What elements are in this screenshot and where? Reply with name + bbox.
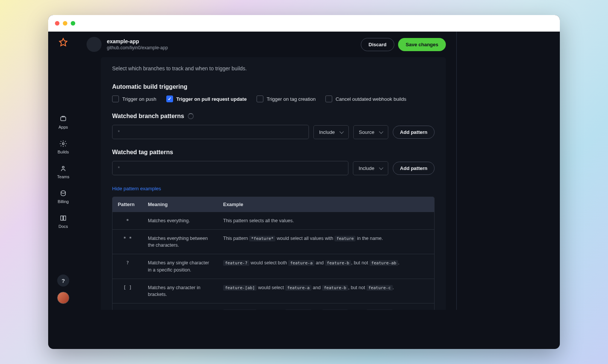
chevron-down-icon xyxy=(339,129,344,133)
source-dropdown[interactable]: Source xyxy=(353,125,388,139)
help-button[interactable]: ? xyxy=(57,275,69,287)
toggle-examples-link[interactable]: Hide pattern examples xyxy=(112,186,161,191)
trigger-section-title: Automatic build triggering xyxy=(112,83,435,90)
app-window: Apps Builds Teams Billing Docs xyxy=(48,15,560,349)
sidebar-item-builds[interactable]: Builds xyxy=(58,140,69,154)
cell-pattern: ? xyxy=(112,254,143,278)
checkbox-box[interactable] xyxy=(325,96,332,102)
branch-pattern-row: Include Source Add pattern xyxy=(112,125,435,139)
branch-section-title: Watched branch patterns xyxy=(112,113,435,120)
branch-pattern-input[interactable] xyxy=(112,125,309,139)
app-avatar xyxy=(87,37,102,52)
cell-example: feature-? would select both feature-a an… xyxy=(218,254,434,278)
close-icon[interactable] xyxy=(55,21,59,26)
cell-meaning: Matches any character in brackets. xyxy=(143,279,218,303)
cell-example: feature-[!b] would select feature-a and … xyxy=(218,303,434,310)
save-button[interactable]: Save changes xyxy=(398,38,446,51)
checkbox-box[interactable] xyxy=(257,96,263,102)
titlebar xyxy=(48,15,560,32)
chevron-down-icon xyxy=(379,165,383,170)
checkbox-box[interactable] xyxy=(166,96,173,102)
apps-icon xyxy=(59,115,67,123)
minimize-icon[interactable] xyxy=(63,21,67,26)
sidebar-item-label: Apps xyxy=(58,125,68,129)
col-pattern: Pattern xyxy=(112,197,143,212)
cell-example: feature-[ab] would select feature-a and … xyxy=(218,279,434,303)
billing-icon xyxy=(59,190,67,197)
sidebar-item-label: Teams xyxy=(57,174,69,179)
table-body: *Matches everything.This pattern selects… xyxy=(112,212,434,310)
sidebar-item-docs[interactable]: Docs xyxy=(58,214,68,229)
include-dropdown-tag[interactable]: Include xyxy=(353,161,388,175)
sidebar-item-label: Docs xyxy=(58,224,68,229)
cell-example: This pattern selects all the values. xyxy=(218,212,434,229)
header-actions: Discard Save changes xyxy=(361,38,446,51)
sidebar-item-label: Builds xyxy=(58,150,69,154)
checkbox-label: Trigger on tag creation xyxy=(267,96,316,102)
sidebar-item-apps[interactable]: Apps xyxy=(58,115,68,129)
sidebar-item-billing[interactable]: Billing xyxy=(58,190,68,204)
app-body: Apps Builds Teams Billing Docs xyxy=(48,32,560,310)
checkbox-label: Trigger on push xyxy=(122,96,157,102)
tag-section-title: Watched tag patterns xyxy=(112,149,435,156)
avatar[interactable] xyxy=(57,292,69,304)
table-row: ?Matches any single character in a speci… xyxy=(112,254,434,278)
include-dropdown[interactable]: Include xyxy=(313,125,349,139)
spinner-icon xyxy=(188,113,194,119)
cell-meaning: Matches everything. xyxy=(143,212,218,229)
nav-items: Apps Builds Teams Billing Docs xyxy=(57,115,69,229)
header-bar: example-app github.com/liyin0/example-ap… xyxy=(78,32,456,57)
include-label: Include xyxy=(319,129,335,135)
app-identity: example-app github.com/liyin0/example-ap… xyxy=(87,37,168,52)
add-tag-pattern-button[interactable]: Add pattern xyxy=(393,162,435,175)
cell-pattern: [! ] xyxy=(112,303,143,310)
table-row: * *Matches everything between the charac… xyxy=(112,229,434,254)
maximize-icon[interactable] xyxy=(71,21,75,26)
right-panel xyxy=(456,32,560,310)
sidebar: Apps Builds Teams Billing Docs xyxy=(48,32,78,310)
svg-point-2 xyxy=(62,166,64,168)
cell-meaning: Matches everything between the character… xyxy=(143,230,218,254)
cell-pattern: [ ] xyxy=(112,279,143,303)
table-header: Pattern Meaning Example xyxy=(112,197,434,212)
cell-pattern: * xyxy=(112,212,143,229)
checkbox-box[interactable] xyxy=(112,96,119,102)
checkbox-2[interactable]: Trigger on tag creation xyxy=(257,96,316,102)
checkbox-0[interactable]: Trigger on push xyxy=(112,96,157,102)
checkbox-row: Trigger on pushTrigger on pull request u… xyxy=(112,96,435,102)
checkbox-3[interactable]: Cancel outdated webhook builds xyxy=(325,96,406,102)
docs-icon xyxy=(59,214,67,222)
table-row: [! ]Matches any character not in the bra… xyxy=(112,303,434,310)
checkbox-label: Trigger on pull request update xyxy=(176,96,247,102)
app-repo: github.com/liyin0/example-app xyxy=(107,45,168,50)
table-row: *Matches everything.This pattern selects… xyxy=(112,212,434,229)
cell-example: This pattern *feature* would select all … xyxy=(218,230,434,254)
sidebar-bottom: ? xyxy=(57,275,69,304)
settings-card: Select which branches to track and when … xyxy=(101,57,446,310)
cell-meaning: Matches any character not in the bracket… xyxy=(143,303,218,310)
app-name: example-app xyxy=(107,38,168,44)
examples-table: Pattern Meaning Example *Matches everyth… xyxy=(112,197,435,310)
cell-pattern: * * xyxy=(112,230,143,254)
sidebar-item-teams[interactable]: Teams xyxy=(57,165,69,179)
svg-rect-0 xyxy=(61,117,65,121)
builds-icon xyxy=(59,140,67,147)
chevron-down-icon xyxy=(379,129,383,133)
logo-icon xyxy=(58,38,68,47)
tag-pattern-row: Include Add pattern xyxy=(112,161,435,175)
branch-section-title-text: Watched branch patterns xyxy=(112,113,184,120)
sidebar-item-label: Billing xyxy=(58,199,68,204)
add-branch-pattern-button[interactable]: Add pattern xyxy=(393,126,435,139)
tag-pattern-input[interactable] xyxy=(112,161,348,175)
teams-icon xyxy=(59,165,67,172)
col-example: Example xyxy=(218,197,434,212)
main: example-app github.com/liyin0/example-ap… xyxy=(78,32,560,310)
source-label: Source xyxy=(359,129,374,135)
svg-point-1 xyxy=(62,143,64,145)
col-meaning: Meaning xyxy=(143,197,218,212)
checkbox-label: Cancel outdated webhook builds xyxy=(336,96,406,102)
card-description: Select which branches to track and when … xyxy=(112,65,435,71)
checkbox-1[interactable]: Trigger on pull request update xyxy=(166,96,247,102)
discard-button[interactable]: Discard xyxy=(361,38,395,51)
cell-meaning: Matches any single character in a specif… xyxy=(143,254,218,278)
